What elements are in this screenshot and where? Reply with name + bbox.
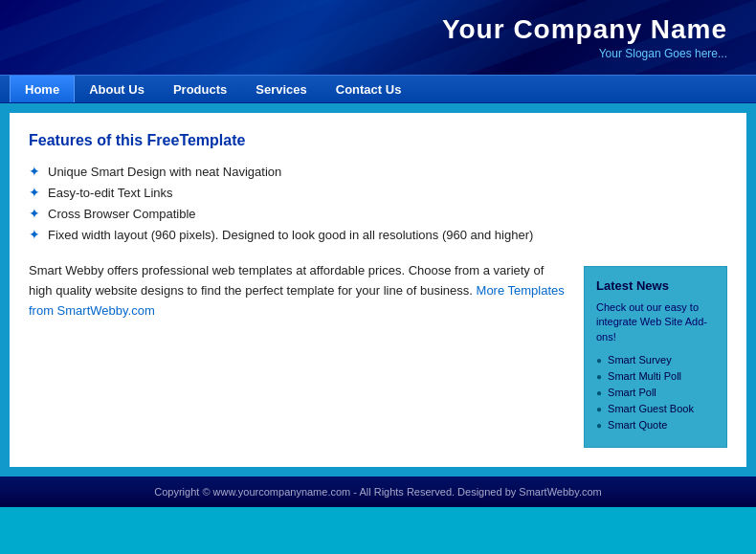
nav-item-products[interactable]: Products [159, 76, 241, 102]
feature-item: ✦Easy-to-edit Text Links [29, 185, 727, 200]
slogan: Your Slogan Goes here... [442, 47, 727, 60]
news-item-text: Smart Survey [608, 354, 672, 366]
news-item-text: Smart Poll [608, 387, 656, 398]
nav: HomeAbout UsProductsServicesContact Us [0, 75, 756, 103]
feature-item: ✦Unique Smart Design with neat Navigatio… [29, 164, 727, 179]
latest-news-box: Latest News Check out our easy to integr… [584, 266, 727, 448]
company-name: Your Company Name [442, 14, 727, 45]
news-list: ●Smart Survey●Smart Multi Poll●Smart Pol… [596, 354, 715, 431]
news-item: ●Smart Quote [596, 419, 715, 431]
header-text: Your Company Name Your Slogan Goes here.… [442, 14, 727, 60]
news-bullet-icon: ● [596, 404, 602, 414]
header: Your Company Name Your Slogan Goes here.… [0, 0, 756, 75]
news-item: ●Smart Guest Book [596, 403, 715, 414]
news-bullet-icon: ● [596, 388, 602, 398]
news-item-text: Smart Guest Book [608, 403, 694, 414]
feature-text: Unique Smart Design with neat Navigation [48, 165, 281, 179]
star-icon: ✦ [29, 185, 40, 200]
main-content: Features of this FreeTemplate ✦Unique Sm… [10, 113, 746, 467]
features-title: Features of this FreeTemplate [29, 132, 727, 149]
nav-item-services[interactable]: Services [241, 76, 322, 102]
nav-item-home[interactable]: Home [10, 76, 75, 102]
news-title: Latest News [596, 278, 715, 293]
news-bullet-icon: ● [596, 371, 602, 382]
footer-text: Copyright © www.yourcompanyname.com - Al… [154, 486, 601, 498]
news-description: Check out our easy to integrate Web Site… [596, 300, 715, 344]
description: Smart Webby offers professional web temp… [29, 261, 565, 321]
nav-item-contact-us[interactable]: Contact Us [322, 76, 416, 102]
nav-item-about-us[interactable]: About Us [75, 76, 159, 102]
feature-item: ✦Cross Browser Compatible [29, 206, 727, 221]
footer: Copyright © www.yourcompanyname.com - Al… [0, 476, 756, 507]
feature-list: ✦Unique Smart Design with neat Navigatio… [29, 164, 727, 242]
star-icon: ✦ [29, 227, 40, 242]
feature-text: Easy-to-edit Text Links [48, 186, 173, 200]
news-item-text: Smart Quote [608, 419, 667, 431]
feature-text: Cross Browser Compatible [48, 207, 196, 221]
news-bullet-icon: ● [596, 355, 602, 366]
news-item-text: Smart Multi Poll [608, 370, 681, 382]
news-bullet-icon: ● [596, 420, 602, 431]
news-item: ●Smart Poll [596, 387, 715, 398]
star-icon: ✦ [29, 206, 40, 221]
outer-wrapper: Features of this FreeTemplate ✦Unique Sm… [0, 103, 756, 476]
star-icon: ✦ [29, 164, 40, 179]
news-item: ●Smart Survey [596, 354, 715, 366]
feature-text: Fixed width layout (960 pixels). Designe… [48, 228, 533, 242]
description-text: Smart Webby offers professional web temp… [29, 263, 544, 298]
news-item: ●Smart Multi Poll [596, 370, 715, 382]
feature-item: ✦Fixed width layout (960 pixels). Design… [29, 227, 727, 242]
